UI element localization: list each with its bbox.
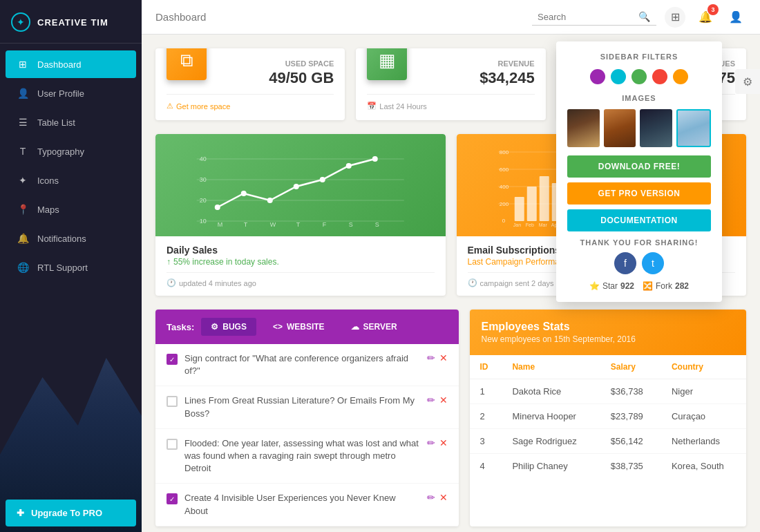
stat-footer: 📅 Last 24 Hours (367, 94, 534, 111)
color-red[interactable] (652, 69, 667, 84)
svg-text:T: T (244, 221, 248, 228)
task-edit-4[interactable]: ✏ (427, 492, 435, 503)
github-icon-star: ⭐ (589, 281, 600, 291)
twitter-button[interactable]: t (642, 252, 664, 274)
task-checkbox-4[interactable]: ✓ (167, 493, 178, 504)
stat-label: Revenue (479, 59, 535, 68)
filter-image-4[interactable] (676, 109, 712, 147)
search-box: 🔍 (532, 8, 656, 26)
task-edit-1[interactable]: ✏ (427, 352, 435, 363)
color-orange[interactable] (673, 69, 688, 84)
github-fork[interactable]: 🔀 Fork 282 (643, 281, 689, 291)
task-checkbox-2[interactable] (167, 396, 178, 407)
svg-point-17 (267, 198, 273, 203)
svg-text:T: T (296, 221, 301, 228)
task-delete-2[interactable]: ✕ (439, 395, 448, 406)
topbar-icons: ⊞ 🔔 3 👤 (665, 7, 746, 28)
facebook-button[interactable]: f (614, 252, 636, 274)
sidebar-item-table-list[interactable]: ☰ Table List (6, 108, 136, 136)
sidebar-item-dashboard[interactable]: ⊞ Dashboard (6, 50, 136, 78)
employees-header: Employees Stats New employees on 15th Se… (470, 310, 746, 355)
sidebar-filter-title: SIDEBAR FILTERS (567, 53, 711, 61)
sidebar-filter-images (567, 109, 711, 147)
stat-text: Used Space 49/50 GB (269, 59, 334, 87)
email-chart-meta-text: campaign sent 2 days ago (480, 279, 569, 287)
color-teal[interactable] (611, 69, 626, 84)
cell-salary: $36,738 (601, 379, 662, 404)
color-green[interactable] (631, 69, 647, 84)
task-checkbox-3[interactable] (167, 439, 178, 450)
sidebar-filter-panel: SIDEBAR FILTERS IMAGES DOWNLOAD FREE! GE… (556, 41, 722, 302)
task-checkbox-1[interactable]: ✓ (167, 354, 178, 365)
svg-text:20: 20 (200, 197, 207, 204)
github-star[interactable]: ⭐ Star 922 (589, 281, 634, 291)
notification-button[interactable]: 🔔 3 (695, 7, 716, 28)
filter-image-3[interactable] (640, 109, 672, 147)
sidebar-item-user-profile[interactable]: 👤 User Profile (6, 79, 136, 107)
search-icon[interactable]: 🔍 (638, 11, 650, 22)
task-delete-4[interactable]: ✕ (439, 492, 448, 503)
task-tab-bugs[interactable]: ⚙ BUGS (201, 318, 256, 336)
svg-point-21 (372, 156, 378, 162)
task-edit-3[interactable]: ✏ (427, 437, 435, 448)
task-delete-1[interactable]: ✕ (439, 352, 448, 363)
cell-name: Dakota Rice (502, 379, 600, 404)
color-purple[interactable] (590, 69, 605, 84)
svg-text:40: 40 (200, 155, 207, 162)
filter-image-1[interactable] (567, 109, 600, 147)
download-free-button[interactable]: DOWNLOAD FREE! (567, 155, 711, 178)
user-avatar-button[interactable]: 👤 (725, 7, 746, 28)
sidebar-label-notifications: Notifications (37, 234, 86, 244)
sidebar-icon-rtl-support: 🌐 (17, 262, 29, 273)
sidebar-item-icons[interactable]: ✦ Icons (6, 167, 136, 194)
svg-text:0: 0 (502, 218, 505, 224)
upgrade-icon: ✚ (17, 508, 24, 518)
tasks-card: Tasks: ⚙ BUGS <> WEBSITE ☁ SERVER (155, 310, 459, 526)
task-item-1: ✓ Sign contract for "What are conference… (155, 344, 459, 386)
stat-text: Revenue $34,245 (479, 59, 535, 87)
grid-icon-button[interactable]: ⊞ (665, 7, 685, 28)
svg-text:10: 10 (200, 218, 207, 225)
svg-text:F: F (323, 221, 327, 228)
svg-text:400: 400 (499, 184, 509, 190)
github-fork-count: 282 (675, 281, 689, 291)
col-country: Country (662, 355, 746, 379)
employees-table-head: ID Name Salary Country (470, 355, 746, 379)
website-icon: <> (273, 322, 283, 332)
cell-id: 3 (470, 429, 502, 454)
sidebar-item-rtl-support[interactable]: 🌐 RTL Support (6, 254, 136, 281)
task-item-2: Lines From Great Russian Literature? Or … (155, 386, 459, 428)
task-edit-2[interactable]: ✏ (427, 395, 435, 406)
svg-point-18 (294, 184, 299, 189)
cell-salary: $56,142 (601, 429, 662, 454)
github-star-count: 922 (620, 281, 634, 291)
sidebar-item-maps[interactable]: 📍 Maps (6, 196, 136, 223)
sidebar-item-notifications[interactable]: 🔔 Notifications (6, 225, 136, 252)
server-icon: ☁ (351, 322, 359, 332)
task-item-3: Flooded: One year later, assessing what … (155, 429, 459, 484)
task-tab-website[interactable]: <> WEBSITE (263, 318, 334, 336)
table-row: 1 Dakota Rice $36,738 Niger (470, 379, 746, 404)
sidebar-label-table-list: Table List (37, 117, 75, 128)
task-delete-3[interactable]: ✕ (439, 437, 448, 448)
sidebar-navigation: ⊞ Dashboard👤 User Profile☰ Table ListT T… (0, 44, 142, 494)
svg-text:Jan: Jan (513, 222, 520, 227)
table-row: 3 Sage Rodriguez $56,142 Netherlands (470, 429, 746, 454)
cell-id: 2 (470, 404, 502, 429)
sidebar-brand-title: CREATIVE TIM (37, 17, 108, 28)
sidebar-item-typography[interactable]: T Typography (6, 137, 136, 165)
social-buttons: f t (567, 252, 711, 274)
tasks-header: Tasks: ⚙ BUGS <> WEBSITE ☁ SERVER (155, 310, 459, 344)
task-tab-server[interactable]: ☁ SERVER (341, 318, 407, 336)
svg-text:Mar: Mar (538, 222, 547, 227)
task-text-4: Create 4 Invisible User Experiences you … (184, 492, 420, 517)
get-pro-button[interactable]: GET PRO VERSION (567, 182, 711, 205)
filter-image-2[interactable] (604, 109, 636, 147)
documentation-button[interactable]: DOCUMENTATION (567, 209, 711, 231)
gear-settings-button[interactable]: ⚙ (735, 69, 760, 94)
stat-value: 49/50 GB (269, 69, 334, 87)
daily-sales-subtitle-text: 55% increase in today sales. (173, 257, 279, 267)
daily-sales-title: Daily Sales (167, 245, 435, 256)
upgrade-button[interactable]: ✚ Upgrade To PRO (6, 500, 136, 526)
search-input[interactable] (538, 12, 634, 22)
